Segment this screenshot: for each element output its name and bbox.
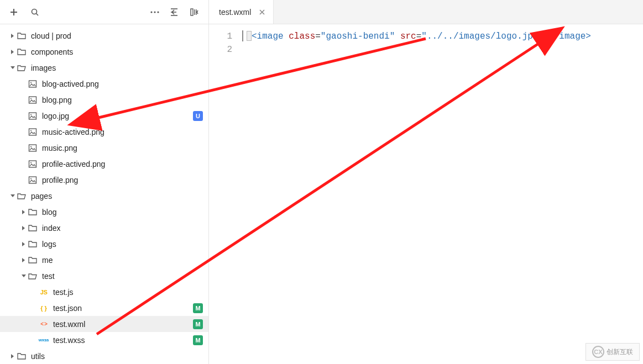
image-icon [28,79,38,89]
tree-label: profile.png [42,176,78,184]
tree-folder-me[interactable]: me [0,252,208,268]
svg-point-17 [30,146,32,147]
add-button[interactable] [4,3,23,22]
tab-label: test.wxml [219,8,251,17]
chevron-right-icon [20,208,28,216]
tree-file-test-wxml[interactable]: < > test.wxml M [0,316,208,332]
close-icon[interactable] [258,8,266,17]
file-tree[interactable]: cloud | prod components images blog-acti… [0,24,208,364]
svg-point-11 [30,98,32,99]
folder-open-icon [28,271,38,281]
status-badge-u: U [193,111,203,121]
status-badge-m: M [193,303,203,313]
chevron-right-icon [20,240,28,248]
tab-test-wxml[interactable]: test.wxml [209,0,274,24]
tree-label: index [42,224,60,233]
tree-file-logo[interactable]: logo.jpg U [0,108,208,124]
image-icon [28,111,38,121]
tree-folder-index[interactable]: index [0,220,208,236]
image-icon [28,127,38,137]
tree-file-music[interactable]: music.png [0,140,208,156]
tree-folder-logs[interactable]: logs [0,236,208,252]
svg-point-15 [30,130,32,131]
tree-folder-components[interactable]: components [0,44,208,60]
image-icon [28,159,38,169]
chevron-down-icon [9,192,17,200]
tree-folder-utils[interactable]: utils [0,348,208,364]
text-cursor [242,30,243,41]
line-gutter: 1 2 [209,24,242,364]
chevron-right-icon [20,224,28,232]
folder-icon [28,239,38,249]
layout-button[interactable] [185,3,204,22]
toolbar-right [145,3,204,22]
svg-point-0 [32,9,37,14]
tree-label: test.wxss [53,336,85,345]
svg-point-13 [30,114,32,115]
tree-file-profile-actived[interactable]: profile-actived.png [0,156,208,172]
folder-open-icon [17,63,27,73]
tree-label: test.js [53,288,74,297]
tree-folder-images[interactable]: images [0,60,208,76]
cursor-block-icon [247,31,252,41]
search-button[interactable] [25,3,44,22]
toolbar-left [4,3,44,22]
folder-icon [17,47,27,57]
tree-file-blog[interactable]: blog.png [0,92,208,108]
tree-file-test-json[interactable]: { } test.json M [0,300,208,316]
tree-label: logo.jpg [42,112,69,120]
code-token: = [315,31,321,41]
chevron-right-icon [9,48,17,56]
folder-icon [28,255,38,265]
js-file-icon: JS [39,287,49,297]
watermark-logo-icon: CX [592,346,604,358]
folder-open-icon [17,191,27,201]
watermark-text: 创新互联 [607,347,633,357]
chevron-down-icon [20,272,28,280]
svg-point-4 [157,11,159,13]
tree-folder-blog[interactable]: blog [0,204,208,220]
tree-label: music-actived.png [42,128,104,136]
code-editor[interactable]: 1 2 <image class="gaoshi-bendi" src="../… [209,24,643,364]
code-token: </image> [548,31,591,41]
tree-label: test.wxml [53,320,85,329]
tree-label: images [31,64,56,72]
image-icon [28,95,38,105]
image-icon [28,175,38,185]
line-number: 2 [209,43,232,56]
editor-tabs: test.wxml [209,0,643,24]
cursor-block-icon [543,31,548,41]
tree-label: test [42,272,55,281]
tree-label: cloud | prod [31,31,71,40]
tree-folder-pages[interactable]: pages [0,188,208,204]
tree-file-profile[interactable]: profile.png [0,172,208,188]
svg-line-1 [36,13,39,15]
tree-file-blog-actived[interactable]: blog-actived.png [0,76,208,92]
tree-folder-cloud[interactable]: cloud | prod [0,28,208,44]
tree-file-test-wxss[interactable]: wxss test.wxss M [0,332,208,348]
code-content[interactable]: <image class="gaoshi-bendi" src="../../i… [242,24,591,364]
tree-label: components [31,48,73,56]
more-button[interactable] [145,3,164,22]
code-token: = [416,31,422,41]
folder-icon [28,223,38,233]
code-token: src [400,31,416,41]
editor-panel: test.wxml 1 2 <image class="gaoshi-bendi… [209,0,643,364]
collapse-button[interactable] [165,3,184,22]
svg-rect-7 [191,9,193,15]
tree-folder-test[interactable]: test [0,268,208,284]
status-badge-m: M [193,335,203,345]
svg-point-19 [30,162,32,163]
explorer-toolbar [0,0,208,24]
folder-icon [17,351,27,361]
tree-file-test-js[interactable]: JS test.js [0,284,208,300]
tree-label: test.json [53,304,82,313]
wxss-file-icon: wxss [39,335,49,345]
chevron-down-icon [9,64,17,72]
tree-label: utils [31,352,45,361]
svg-point-2 [150,11,152,13]
watermark: CX 创新互联 [586,343,640,361]
tree-label: profile-actived.png [42,160,105,168]
tree-label: blog-actived.png [42,80,99,88]
tree-file-music-actived[interactable]: music-actived.png [0,124,208,140]
